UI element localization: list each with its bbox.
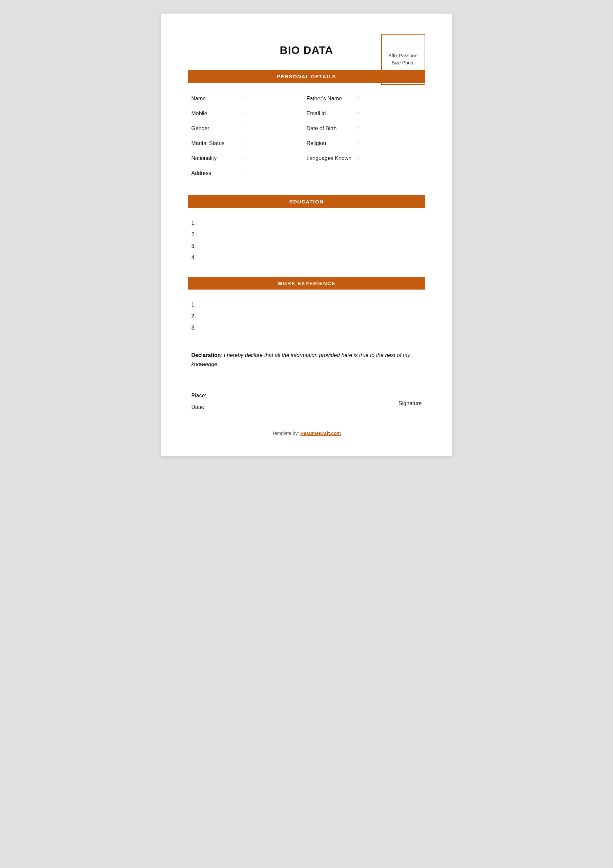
field-colon-address: : <box>242 170 244 176</box>
declaration-section: Declaration: I hereby declare that all t… <box>188 347 425 379</box>
field-value-languages <box>362 155 422 162</box>
template-footer: Template by: ResumeKraft.com <box>188 431 425 436</box>
field-mobile: Mobile : <box>192 107 306 122</box>
template-link[interactable]: ResumeKraft.com <box>300 431 341 436</box>
field-colon-religion: : <box>358 140 359 146</box>
signature-label: Signature <box>398 400 422 406</box>
field-colon-email: : <box>358 110 359 117</box>
signature-row: Signature <box>398 400 422 406</box>
place-row: Place: <box>192 393 422 399</box>
field-gender: Gender : <box>192 122 306 137</box>
field-label-religion: Religion <box>306 140 354 146</box>
field-value-email <box>362 110 422 117</box>
work-experience-header: WORK EXPERIENCE <box>188 277 425 290</box>
place-date-rows: Place: Date: Signature <box>192 393 422 410</box>
field-email: Email id : <box>306 107 422 122</box>
field-value-religion <box>362 140 422 147</box>
field-address: Address : <box>192 167 306 182</box>
field-value-address <box>247 170 306 177</box>
field-value-nationality <box>247 155 306 162</box>
place-label: Place: <box>192 393 215 399</box>
education-item-4: 4. <box>192 252 422 264</box>
field-label-fathers-name: Father's Name <box>306 96 354 102</box>
work-number-1: 1. <box>192 302 201 308</box>
work-experience-list: 1. 2. 3. <box>188 299 425 334</box>
education-item-3: 3. <box>192 240 422 252</box>
field-fathers-name: Father's Name : <box>306 92 422 107</box>
work-experience-section: WORK EXPERIENCE 1. 2. 3. <box>188 277 425 334</box>
field-value-dob <box>362 126 422 132</box>
education-number-1: 1. <box>192 220 201 226</box>
field-nationality: Nationality : <box>192 152 306 167</box>
field-colon-gender: : <box>242 126 244 132</box>
education-list: 1. 2. 3. 4. <box>188 217 425 264</box>
field-colon-marital-status: : <box>242 140 244 146</box>
personal-details-section: PERSONAL DETAILS Name : Father's Name : … <box>188 70 425 182</box>
field-value-name <box>247 96 306 102</box>
field-colon-fathers-name: : <box>358 96 359 102</box>
education-item-1: 1. <box>192 217 422 229</box>
field-name: Name : <box>192 92 306 107</box>
work-item-3: 3. <box>192 322 422 334</box>
field-label-email: Email id <box>306 110 354 117</box>
education-number-2: 2. <box>192 232 201 238</box>
declaration-colon: : <box>221 352 224 358</box>
field-label-marital-status: Marital Status <box>192 140 239 146</box>
template-prefix: Template by: <box>272 431 300 436</box>
field-religion: Religion : <box>306 137 422 152</box>
address-right-placeholder <box>306 167 422 182</box>
work-item-2: 2. <box>192 311 422 322</box>
personal-details-grid: Name : Father's Name : Mobile : Email id… <box>188 92 425 182</box>
field-value-marital-status <box>247 140 306 147</box>
field-label-name: Name <box>192 96 239 102</box>
field-label-gender: Gender <box>192 126 239 132</box>
work-number-2: 2. <box>192 313 201 319</box>
field-value-fathers-name <box>362 96 422 102</box>
work-number-3: 3. <box>192 325 201 331</box>
field-colon-mobile: : <box>242 110 244 117</box>
field-colon-name: : <box>242 96 244 102</box>
page-container: BIO DATA Affix Passport Size Photo PERSO… <box>161 14 452 456</box>
education-item-2: 2. <box>192 229 422 240</box>
header-area: BIO DATA Affix Passport Size Photo <box>188 34 425 57</box>
field-value-gender <box>247 126 306 132</box>
education-section: EDUCATION 1. 2. 3. 4. <box>188 195 425 264</box>
photo-box: Affix Passport Size Photo <box>381 34 425 85</box>
field-marital-status: Marital Status : <box>192 137 306 152</box>
field-colon-dob: : <box>358 126 359 132</box>
date-row: Date: <box>192 404 215 410</box>
education-header: EDUCATION <box>188 195 425 208</box>
declaration-body: I hereby declare that all the informatio… <box>192 352 410 367</box>
field-label-address: Address <box>192 170 239 176</box>
photo-box-text: Affix Passport Size Photo <box>385 52 422 67</box>
declaration-label: Declaration <box>192 352 221 358</box>
field-colon-nationality: : <box>242 155 244 161</box>
field-label-nationality: Nationality <box>192 155 239 161</box>
date-label: Date: <box>192 404 215 410</box>
education-number-4: 4. <box>192 255 201 261</box>
work-item-1: 1. <box>192 299 422 311</box>
education-number-3: 3. <box>192 243 201 249</box>
field-languages: Languages Known : <box>306 152 422 167</box>
footer-fields: Place: Date: Signature <box>188 393 425 410</box>
field-label-mobile: Mobile <box>192 110 239 117</box>
date-signature-container: Date: Signature <box>192 404 422 410</box>
field-dob: Date of Birth : <box>306 122 422 137</box>
field-label-dob: Date of Birth <box>306 126 354 132</box>
field-value-mobile <box>247 110 306 117</box>
field-label-languages: Languages Known <box>306 155 354 161</box>
declaration-text: Declaration: I hereby declare that all t… <box>192 350 422 369</box>
field-colon-languages: : <box>358 155 359 161</box>
